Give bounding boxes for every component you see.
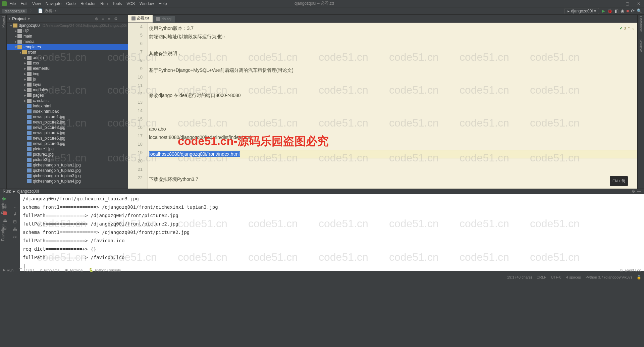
menu-tools[interactable]: Tools — [112, 1, 122, 6]
status-indent[interactable]: 4 spaces — [566, 275, 581, 279]
menu-file[interactable]: File — [9, 1, 16, 6]
tree-item[interactable]: ▸dj2 — [7, 28, 128, 34]
status-lock-icon[interactable]: 🔓 — [637, 275, 641, 280]
tool-python-console[interactable]: 🐍 Python Console — [89, 268, 121, 272]
tree-item[interactable]: ▾templates — [7, 44, 128, 50]
status-line-ending[interactable]: CRLF — [537, 275, 546, 279]
tool-run[interactable]: ▶ Run — [3, 268, 13, 272]
close-icon[interactable]: ✕ — [635, 1, 642, 6]
menu-edit[interactable]: Edit — [20, 1, 28, 6]
collapse-all-icon[interactable]: ≣ — [107, 16, 111, 21]
tree-item[interactable]: picture3.jpg — [7, 157, 128, 162]
tool-todo[interactable]: ☰ TODO — [19, 268, 34, 272]
run-toolwindow: Run: ▸ djangozq00i ⚙ — ▶ ⇶ ⏏ ⊞ ↑ ↓ ↲ ⊟ 🖶… — [0, 189, 644, 266]
tree-item[interactable]: index.html — [7, 103, 128, 109]
maximize-icon[interactable]: ▢ — [624, 1, 631, 6]
stop-icon[interactable]: ■ — [626, 8, 629, 13]
print-icon[interactable]: 🖶 — [13, 227, 17, 232]
editor-gutter[interactable]: 45678910111213141516171819202122 — [128, 23, 148, 189]
tree-item[interactable]: ▸modules — [7, 87, 128, 93]
coverage-icon[interactable]: ◧ — [614, 8, 619, 13]
tree-item[interactable]: ▸img — [7, 71, 128, 77]
breadcrumb-project[interactable]: djangozq00i — [2, 9, 27, 13]
settings-icon[interactable]: ⚙ — [113, 16, 118, 21]
select-open-file-icon[interactable]: ⊕ — [94, 16, 99, 21]
tree-item[interactable]: qicheshangpin_tupian2.jpg — [7, 168, 128, 173]
menu-vcs[interactable]: VCS — [126, 1, 135, 6]
run-settings-icon[interactable]: ⚙ — [632, 189, 635, 194]
expand-all-icon[interactable]: ≡ — [101, 16, 105, 21]
tree-item[interactable]: news_picture6.jpg — [7, 141, 128, 146]
tree-item[interactable]: ▸css — [7, 60, 128, 66]
breadcrumb-file[interactable]: 📄 必看.txt — [37, 8, 59, 14]
tree-item[interactable]: ▸pages — [7, 93, 128, 98]
editor-tab-dbsql[interactable]: db.sql — [153, 16, 175, 22]
tool-problems[interactable]: ⊘ Problems — [40, 268, 59, 272]
tree-item[interactable]: ▸admin — [7, 55, 128, 60]
tree-item[interactable]: ▸main — [7, 34, 128, 39]
tool-terminal[interactable]: ▣ Terminal — [65, 268, 84, 272]
editor-inspection-marks[interactable]: ✔3 ⌃ ⌄ — [620, 24, 635, 33]
sql-file-icon — [156, 17, 160, 21]
tool-structure[interactable]: Structure — [1, 198, 5, 214]
debug-icon[interactable]: 🐞 — [607, 8, 612, 13]
clear-icon[interactable]: ✂ — [13, 235, 17, 240]
tree-item[interactable]: news_picture1.jpg — [7, 114, 128, 119]
git-update-icon[interactable]: ⟳ — [631, 8, 635, 13]
input-lang-indicator[interactable]: EN ♪ 简 — [610, 176, 628, 186]
tree-item[interactable]: ▸media — [7, 39, 128, 44]
right-toolwindow-bar: Database SciView — [637, 15, 644, 189]
run-icon[interactable]: ▶ — [602, 8, 605, 13]
profile-icon[interactable]: ◉ — [621, 8, 624, 13]
minimize-icon[interactable]: — — [612, 1, 619, 6]
down-trace-icon[interactable]: ↓ — [14, 204, 16, 209]
tree-item[interactable]: news_picture5.jpg — [7, 136, 128, 141]
text-file-icon — [131, 16, 136, 20]
tree-item[interactable]: qicheshangpin_tupian1.jpg — [7, 162, 128, 168]
up-trace-icon[interactable]: ↑ — [14, 196, 16, 201]
soft-wrap-icon[interactable]: ↲ — [13, 211, 17, 216]
tree-item[interactable]: ▸layui — [7, 82, 128, 87]
run-subtoolbar: ↑ ↓ ↲ ⊟ 🖶 ✂ — [10, 194, 20, 271]
tree-item[interactable]: picture2.jpg — [7, 152, 128, 157]
editor-tab-bikan[interactable]: 必看.txt — [128, 15, 153, 22]
tree-item[interactable]: qicheshangpin_tupian3.jpg — [7, 173, 128, 179]
editor-code[interactable]: 使用Python版本：3.7前端访问地址(以前段实际运行为准)：其他备注说明：基… — [148, 23, 637, 189]
status-python[interactable]: Python 3.7 (djangoo9n4k37) — [586, 275, 632, 279]
run-hide-icon[interactable]: — — [637, 189, 641, 194]
tree-item[interactable]: news_picture4.jpg — [7, 130, 128, 136]
run-config-dropdown[interactable]: ▸ djangozq00i ▾ — [565, 8, 599, 14]
menu-refactor[interactable]: Refactor — [80, 1, 96, 6]
tree-item[interactable]: news_picture3.jpg — [7, 125, 128, 130]
status-position[interactable]: 19:1 (43 chars) — [507, 275, 532, 279]
tool-favorites[interactable]: Favorites — [1, 225, 5, 241]
tree-item[interactable]: news_picture2.jpg — [7, 119, 128, 125]
tree-item[interactable]: qicheshangpin_tupian4.jpg — [7, 179, 128, 184]
window-title: djangozq00i – 必看.txt — [294, 1, 334, 6]
hide-icon[interactable]: — — [120, 16, 126, 21]
menu-code[interactable]: Code — [66, 1, 76, 6]
tree-item[interactable]: ▾front — [7, 50, 128, 55]
search-icon[interactable]: 🔍 — [637, 8, 642, 13]
tool-project[interactable]: Project — [1, 16, 5, 28]
tree-item[interactable]: picture1.jpg — [7, 146, 128, 152]
event-log[interactable]: ◳ Event Log — [620, 268, 641, 272]
tree-item[interactable]: ▾djangozq00iD:\releaseComp\24-08\19\djan… — [7, 23, 128, 28]
tree-item[interactable]: ▸xznstatic — [7, 98, 128, 103]
status-encoding[interactable]: UTF-8 — [551, 275, 561, 279]
menu-run[interactable]: Run — [100, 1, 108, 6]
tool-database[interactable]: Database — [639, 16, 643, 32]
menu-view[interactable]: View — [32, 1, 41, 6]
project-tree[interactable]: ▾djangozq00iD:\releaseComp\24-08\19\djan… — [7, 23, 128, 189]
run-panel-config[interactable]: djangozq00i — [17, 189, 39, 194]
tree-item[interactable]: ▸elementui — [7, 66, 128, 71]
menu-navigate[interactable]: Navigate — [46, 1, 61, 6]
run-console[interactable]: /djangozq00i/front/qichexinxi_tupian3.jp… — [20, 194, 644, 271]
tool-sciview[interactable]: SciView — [639, 39, 643, 52]
menu-help[interactable]: Help — [159, 1, 167, 6]
tree-item[interactable]: ▸js — [7, 77, 128, 82]
menu-window[interactable]: Window — [140, 1, 154, 6]
tree-item[interactable]: index.html.bak — [7, 109, 128, 114]
project-dropdown-icon[interactable]: ▪ — [9, 16, 10, 21]
scroll-end-icon[interactable]: ⊟ — [13, 219, 17, 224]
